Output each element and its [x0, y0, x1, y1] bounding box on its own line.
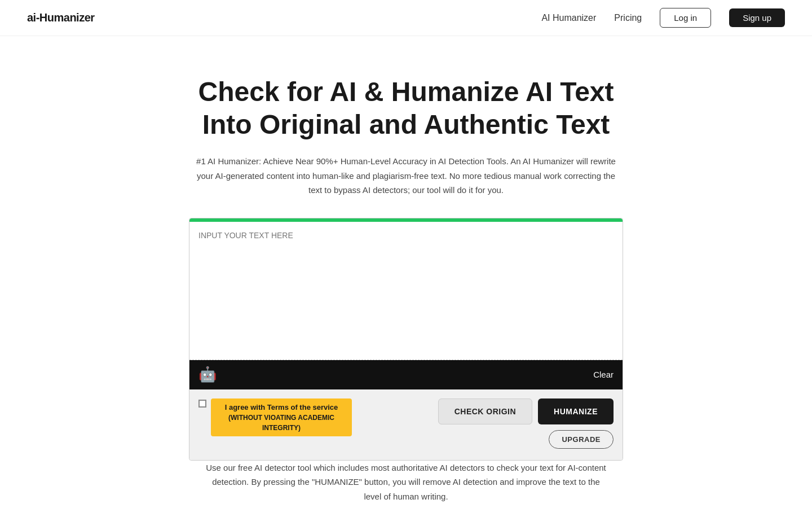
action-bar: I agree with Terms of the service (WITHO… — [189, 389, 623, 460]
terms-section: I agree with Terms of the service (WITHO… — [198, 398, 352, 437]
terms-main-text: I agree with Terms of the service — [225, 403, 338, 411]
textarea-wrapper — [189, 222, 623, 360]
signup-button[interactable]: Sign up — [729, 8, 785, 27]
action-buttons: CHECK ORIGIN HUMANIZE — [438, 398, 614, 424]
logo: ai-Humanizer — [27, 11, 95, 24]
buttons-section: CHECK ORIGIN HUMANIZE UPGRADE — [438, 398, 614, 449]
clear-button[interactable]: Clear — [593, 370, 614, 379]
nav-link-ai-humanizer[interactable]: AI Humanizer — [541, 13, 596, 23]
hero-title: Check for AI & Humanize AI Text Into Ori… — [192, 76, 620, 141]
text-input[interactable] — [189, 222, 623, 357]
humanize-button[interactable]: HUMANIZE — [538, 398, 614, 424]
hero-subtitle: #1 AI Humanizer: Achieve Near 90%+ Human… — [192, 154, 620, 198]
nav-link-pricing[interactable]: Pricing — [614, 13, 642, 23]
login-button[interactable]: Log in — [660, 8, 711, 28]
upgrade-button[interactable]: UPGRADE — [549, 430, 614, 449]
hero-section: Check for AI & Humanize AI Text Into Ori… — [0, 36, 812, 508]
bottom-bar: 🤖 Clear — [189, 360, 623, 389]
footer-note: Use our free AI detector tool which incl… — [192, 461, 620, 504]
check-origin-button[interactable]: CHECK ORIGIN — [438, 398, 532, 424]
bot-icon: 🤖 — [198, 366, 217, 383]
navbar: ai-Humanizer AI Humanizer Pricing Log in… — [0, 0, 812, 36]
nav-right: AI Humanizer Pricing Log in Sign up — [541, 8, 785, 28]
tool-container: 🤖 Clear I agree with Terms of the servic… — [189, 218, 623, 461]
terms-label: I agree with Terms of the service (WITHO… — [211, 398, 352, 437]
terms-checkbox[interactable] — [198, 400, 206, 408]
terms-sub-text: (WITHOUT VIOATING ACADEMIC INTEGRITY) — [217, 413, 346, 433]
